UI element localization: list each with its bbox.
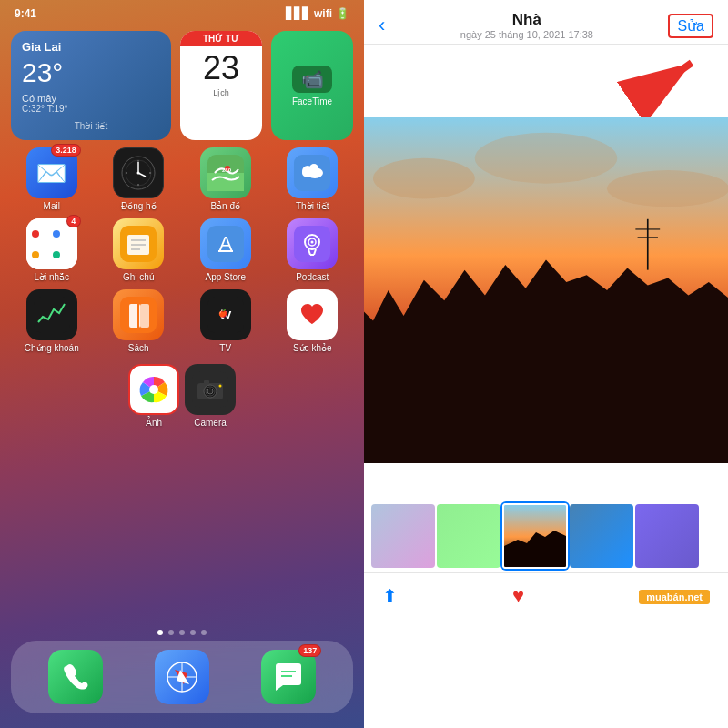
camera-label: Camera — [194, 418, 227, 428]
photos-svg — [137, 373, 170, 406]
signal-icon: ▋▋▋ — [286, 7, 310, 20]
page-dot-1 — [157, 630, 163, 635]
mail-label: Mail — [44, 201, 60, 211]
weather-widget[interactable]: Gia Lai 23° Có mây C:32° T:19° Thời tiết — [11, 31, 171, 140]
dock-safari[interactable] — [155, 650, 209, 704]
thumbnail-4[interactable] — [570, 504, 633, 568]
reminders-badge: 4 — [66, 215, 81, 228]
phone-icon — [59, 661, 92, 693]
app-item-camera[interactable]: Camera — [185, 364, 236, 428]
app-item-photos[interactable]: Ảnh — [128, 364, 179, 428]
app-item-podcast[interactable]: Podcast — [272, 218, 354, 282]
thumbnail-strip — [364, 500, 728, 572]
app-item-notes[interactable]: Ghi chú — [98, 218, 180, 282]
books-svg — [120, 297, 157, 333]
dock: 137 — [11, 641, 353, 713]
health-label: Sức khỏe — [293, 343, 332, 353]
back-button[interactable]: ‹ — [379, 14, 385, 37]
arrow-annotation — [364, 45, 728, 117]
page-dot-3 — [179, 630, 185, 635]
svg-text:280: 280 — [222, 167, 232, 173]
app-icon-tv: tv 🍎 — [200, 289, 251, 340]
thumbnail-1[interactable] — [371, 504, 435, 568]
app-item-maps[interactable]: 280 Bản đồ — [185, 147, 267, 211]
app-icon-notes — [113, 218, 164, 269]
favorite-button[interactable]: ♥ — [512, 584, 524, 608]
widget-row: Gia Lai 23° Có mây C:32° T:19° Thời tiết… — [11, 31, 353, 140]
maps-label: Bản đồ — [210, 201, 240, 211]
camera-svg — [192, 371, 228, 408]
weather-svg — [294, 155, 330, 191]
status-bar: 9:41 ▋▋▋ wifi 🔋 — [0, 0, 364, 24]
clock-label: Đồng hồ — [121, 201, 157, 211]
wifi-icon: wifi — [314, 7, 332, 20]
health-svg — [294, 297, 330, 333]
app-icon-clock — [113, 147, 164, 198]
photo-spacer — [364, 463, 728, 500]
app-icon-photos — [128, 364, 179, 415]
svg-point-4 — [137, 172, 140, 175]
facetime-label: FaceTime — [292, 96, 332, 106]
stocks-label: Chứng khoán — [25, 343, 79, 353]
app-item-appstore[interactable]: A App Store — [185, 218, 267, 282]
calendar-label: Lịch — [213, 88, 229, 97]
app-item-stocks[interactable]: Chứng khoán — [11, 289, 93, 353]
messages-badge: 137 — [298, 644, 321, 657]
photos-app-screen: ‹ Nhà ngày 25 tháng 10, 2021 17:38 Sửa — [364, 0, 728, 728]
app-item-weather[interactable]: Thời tiết — [272, 147, 354, 211]
svg-point-48 — [207, 389, 213, 394]
watermark-area: muabán.net — [639, 588, 710, 604]
calendar-day: 23 — [203, 50, 239, 86]
stocks-svg — [34, 297, 70, 333]
app-icon-books — [113, 289, 164, 340]
app-item-health[interactable]: Sức khỏe — [272, 289, 354, 353]
app-icon-podcast — [287, 218, 338, 269]
svg-rect-33 — [34, 297, 70, 333]
app-item-books[interactable]: Sách — [98, 289, 180, 353]
app-icon-camera — [185, 364, 236, 415]
photos-toolbar: ⬆ ♥ muabán.net — [364, 572, 728, 618]
app-item-mail[interactable]: ✉️ 3.218 Mail — [11, 147, 93, 211]
dock-messages[interactable]: 137 — [261, 650, 316, 704]
album-date: ngày 25 tháng 10, 2021 17:38 — [460, 29, 593, 40]
home-content: Gia Lai 23° Có mây C:32° T:19° Thời tiết… — [0, 24, 364, 624]
svg-text:🍎: 🍎 — [218, 308, 228, 318]
safari-icon — [166, 661, 198, 693]
app-icon-health — [287, 289, 338, 340]
app-item-tv[interactable]: tv 🍎 TV — [185, 289, 267, 353]
app-item-reminders[interactable]: 4 Lời nhắc — [11, 218, 93, 282]
svg-point-43 — [149, 385, 158, 394]
photos-title-area: Nhà ngày 25 tháng 10, 2021 17:38 — [460, 11, 593, 40]
calendar-month: THỨ TƯ — [180, 31, 262, 46]
app-icon-maps: 280 — [200, 147, 251, 198]
thumbnail-active[interactable] — [502, 503, 568, 569]
svg-rect-49 — [204, 380, 209, 384]
photos-app-label: Ảnh — [146, 418, 162, 428]
thumbnail-5[interactable] — [635, 504, 699, 568]
weather-location: Gia Lai — [22, 40, 160, 54]
red-arrow-svg — [582, 45, 728, 117]
sunset-photo-svg — [364, 117, 728, 463]
svg-rect-26 — [294, 226, 330, 262]
mail-badge: 3.218 — [51, 144, 81, 157]
app-item-clock[interactable]: Đồng hồ — [98, 147, 180, 211]
weather-temp: 23° — [22, 57, 160, 88]
podcast-svg — [294, 226, 330, 262]
svg-point-29 — [311, 241, 314, 244]
podcast-label: Podcast — [296, 272, 329, 282]
maps-svg: 280 — [207, 155, 244, 191]
clock-svg — [120, 155, 157, 191]
calendar-widget[interactable]: THỨ TƯ 23 Lịch — [180, 31, 262, 140]
notes-label: Ghi chú — [123, 272, 154, 282]
active-thumb-svg — [504, 505, 568, 569]
thumbnail-2[interactable] — [437, 504, 500, 568]
facetime-widget[interactable]: FaceTime — [271, 31, 353, 140]
share-button[interactable]: ⬆ — [382, 585, 398, 607]
weather-desc: Có mây C:32° T:19° — [22, 93, 160, 114]
app-icon-mail: ✉️ 3.218 — [26, 147, 77, 198]
edit-button[interactable]: Sửa — [668, 14, 713, 38]
photos-header: ‹ Nhà ngày 25 tháng 10, 2021 17:38 Sửa — [364, 0, 728, 45]
dock-phone[interactable] — [48, 650, 103, 704]
svg-point-17 — [302, 168, 313, 177]
tv-svg: tv 🍎 — [207, 297, 244, 333]
